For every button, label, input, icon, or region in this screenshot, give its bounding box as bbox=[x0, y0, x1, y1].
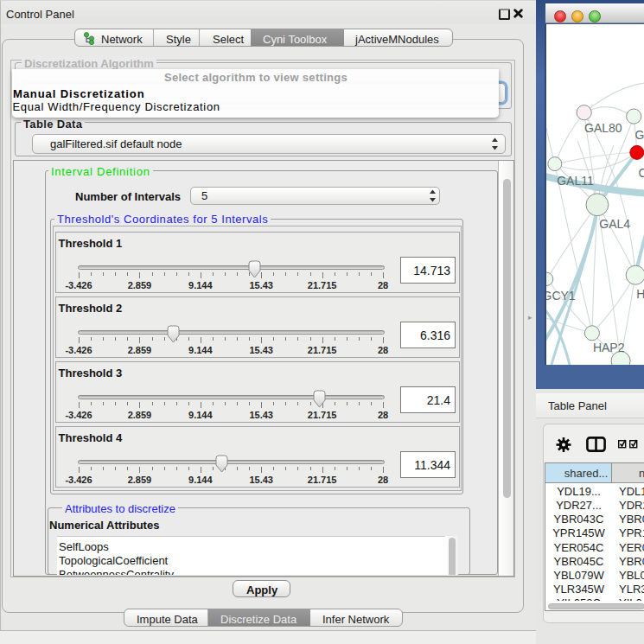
svg-text:HAP2: HAP2 bbox=[592, 341, 624, 354]
svg-text:GAL11: GAL11 bbox=[557, 173, 594, 187]
svg-text:GCY1: GCY1 bbox=[546, 288, 576, 302]
svg-text:GAL4: GAL4 bbox=[599, 216, 630, 230]
svg-text:GAL: GAL bbox=[634, 128, 644, 142]
svg-text:CR: CR bbox=[638, 166, 644, 180]
svg-text:HIS: HIS bbox=[636, 287, 644, 301]
svg-text:GAL80: GAL80 bbox=[584, 120, 622, 134]
